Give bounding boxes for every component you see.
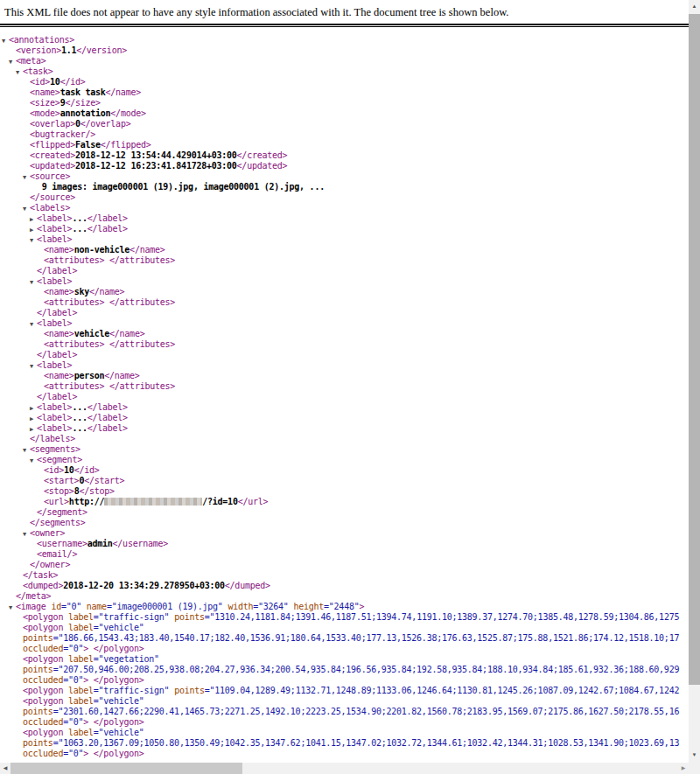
xml-tag: <attributes> (44, 297, 104, 307)
collapse-arrow-icon[interactable]: ▼ (30, 456, 37, 466)
xml-tag: <created> (30, 150, 75, 160)
xml-line: <url>http:///?id=10</url> (0, 497, 689, 507)
xml-attr-name: label (63, 728, 94, 737)
xml-tag: </attributes> (109, 297, 175, 307)
collapse-arrow-icon[interactable]: ▼ (16, 67, 23, 78)
collapse-arrow-icon[interactable]: ▼ (2, 36, 9, 46)
xml-attr-name: label (63, 623, 94, 632)
xml-line: <polygon label="vehicle" (0, 696, 689, 707)
xml-attr-value: ="2301.60,1427.66;2290.41,1465.73;2271.2… (53, 707, 680, 716)
expand-arrow-icon[interactable]: ▶ (30, 403, 37, 414)
scroll-down-icon[interactable]: ▼ (689, 748, 700, 763)
xml-attr-name: height (289, 602, 324, 611)
collapse-arrow-icon[interactable]: ▼ (23, 204, 30, 214)
xml-attr-name: occluded (23, 749, 63, 758)
expand-arrow-icon[interactable]: ▶ (30, 424, 37, 435)
collapse-arrow-icon[interactable]: ▼ (9, 57, 16, 67)
collapse-arrow-icon[interactable]: ▼ (23, 529, 30, 540)
xml-line: </label> (0, 350, 689, 360)
xml-attr-name: points (169, 686, 204, 695)
xml-text: non-vehicle (74, 245, 130, 255)
xml-text: sky (74, 287, 89, 296)
xml-line: <flipped>False</flipped> (0, 140, 689, 150)
xml-line: </label> (0, 392, 689, 402)
expand-arrow-icon[interactable]: ▶ (30, 225, 37, 235)
xml-tag: <version> (16, 45, 61, 55)
xml-line: ▼<segments> (0, 444, 689, 455)
xml-tag: <start> (44, 476, 79, 485)
xml-line: </labels> (0, 434, 689, 444)
collapse-arrow-icon[interactable]: ▼ (23, 172, 30, 183)
xml-line: ▼<meta> (0, 56, 689, 66)
xml-text: task task (60, 87, 106, 97)
xml-text: ... (72, 413, 87, 422)
vertical-scrollbar[interactable]: ▲ ▼ (689, 0, 700, 763)
xml-attr-value: ="207.50,946.00;208.25,938.08;204.27,936… (53, 665, 680, 674)
xml-attr-value: ="vehicle" (94, 696, 144, 706)
xml-text: ... (72, 224, 87, 234)
xml-tag: </start> (84, 476, 124, 485)
xml-tag: <stop> (44, 486, 74, 496)
xml-tag: </label> (88, 413, 128, 422)
xml-tag: </source> (30, 192, 75, 202)
xml-tree: ▼<annotations><version>1.1</version>▼<me… (0, 35, 689, 763)
xml-text: /?id=10 (202, 497, 237, 506)
xml-line: </segments> (0, 518, 689, 528)
xml-tag: <polygon (23, 623, 63, 632)
xml-tag: </polygon> (94, 675, 144, 685)
xml-tag: </label> (88, 423, 128, 433)
xml-text: 2018-12-12 16:23:41.841728+03:00 (75, 161, 237, 171)
xml-line: <start>0</start> (0, 476, 689, 486)
xml-attr-value: ="1109.04,1289.49;1132.71,1248.89;1133.0… (205, 686, 679, 695)
xml-tag: </size> (65, 98, 100, 108)
collapse-arrow-icon[interactable]: ▼ (30, 235, 37, 246)
xml-text: 10 (50, 77, 60, 87)
horizontal-scrollbar-thumb[interactable] (10, 763, 242, 774)
xml-tag: <task> (23, 66, 53, 76)
separator-rule (0, 24, 689, 27)
xml-line: ▼<label> (0, 318, 689, 329)
collapse-arrow-icon[interactable]: ▼ (30, 361, 37, 372)
xml-line: ▶<label>...</label> (0, 213, 689, 224)
expand-arrow-icon[interactable]: ▶ (30, 214, 37, 225)
vertical-scrollbar-thumb[interactable] (689, 14, 700, 685)
xml-tag: </name> (106, 87, 141, 97)
horizontal-scrollbar[interactable]: ◀ ▶ (0, 763, 689, 774)
xml-line: <email/> (0, 549, 689, 560)
xml-tag: </stop> (79, 486, 114, 496)
xml-text: ... (72, 423, 87, 433)
xml-tag: <id> (44, 465, 64, 475)
xml-line: points="207.50,946.00;208.25,938.08;204.… (0, 665, 689, 675)
xml-tag: <label> (37, 224, 72, 234)
xml-attr-name: points (23, 665, 53, 674)
xml-attr-value: ="vegetation" (94, 654, 159, 664)
xml-tag: </polygon> (94, 749, 144, 758)
xml-text: 2018-12-20 13:34:29.278950+03:00 (63, 581, 225, 590)
xml-line: <created>2018-12-12 13:54:44.429014+03:0… (0, 150, 689, 161)
xml-tag: <label> (37, 413, 72, 422)
xml-tag: <label> (37, 276, 72, 286)
xml-text: 1.1 (61, 45, 76, 55)
xml-tag: <attributes> (44, 381, 104, 391)
scroll-right-icon[interactable]: ▶ (678, 763, 689, 774)
collapse-arrow-icon[interactable]: ▼ (30, 319, 37, 330)
xml-text: False (75, 140, 101, 150)
xml-line: <polygon label="vehicle" (0, 623, 689, 633)
collapse-arrow-icon[interactable]: ▼ (9, 603, 16, 613)
collapse-arrow-icon[interactable]: ▼ (30, 277, 37, 288)
xml-line: <id>10</id> (0, 465, 689, 476)
redacted-url-blur (104, 498, 202, 506)
collapse-arrow-icon[interactable]: ▼ (23, 445, 30, 456)
scroll-left-icon[interactable]: ◀ (0, 763, 10, 774)
xml-text: admin (88, 539, 113, 548)
expand-arrow-icon[interactable]: ▶ (30, 414, 37, 424)
xml-attr-name: points (23, 633, 53, 643)
scroll-up-icon[interactable]: ▲ (689, 0, 700, 13)
xml-line: <polygon label="vehicle" (0, 728, 689, 738)
xml-tag: </polygon> (94, 644, 144, 653)
xml-tag: </label> (37, 392, 77, 401)
xml-tag: </name> (104, 371, 139, 380)
xml-text: ... (72, 213, 87, 223)
xml-line: ▼<annotations> (0, 35, 689, 45)
xml-line: </meta> (0, 591, 689, 602)
